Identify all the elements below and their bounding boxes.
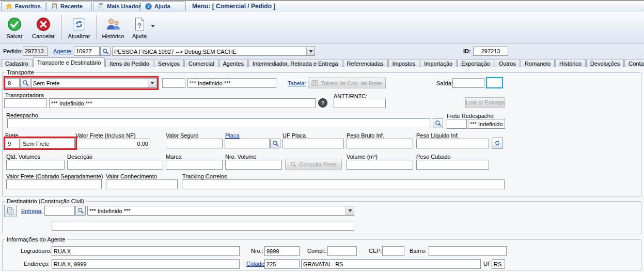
valor-frete-separado-field[interactable]: [6, 179, 102, 189]
agente-code-field[interactable]: [74, 47, 100, 56]
tracking-correios-field[interactable]: [182, 179, 505, 189]
refresh-button-label: Atualizar: [68, 33, 90, 39]
entrega-search-button[interactable]: [75, 206, 86, 216]
top-tab-ajuda[interactable]: ? Ajuda: [140, 1, 186, 11]
bairro-field[interactable]: [429, 246, 507, 256]
peso-cubado-field[interactable]: [416, 160, 489, 170]
id-field[interactable]: [473, 47, 508, 56]
tab-transporte-destinatario[interactable]: Transporte e Destinatário: [33, 57, 105, 67]
most-used-icon: [98, 3, 104, 10]
tab-importacao[interactable]: Importação: [420, 59, 457, 67]
top-tab-favoritos[interactable]: Favoritos: [1, 1, 45, 11]
tabela-code-field[interactable]: [162, 78, 185, 88]
tab-outros[interactable]: Outros: [495, 59, 520, 67]
frete-nome-field[interactable]: [21, 139, 75, 148]
tabela-cob-frete-button[interactable]: Tabela de Cob. de Frete: [308, 78, 386, 88]
nro-field[interactable]: [264, 246, 300, 256]
frete-code-field[interactable]: [6, 139, 20, 148]
tab-historico[interactable]: Histórico: [555, 59, 586, 67]
peso-refresh-button[interactable]: [492, 138, 503, 149]
tabela-nome-field[interactable]: [187, 78, 276, 88]
top-tab-bar: Favoritos Recente Mais Usados ? Ajuda Me…: [0, 1, 644, 11]
frete-tipo-combo-value: Sem Frete: [32, 79, 148, 87]
entrega-link[interactable]: Entrega:: [21, 208, 43, 215]
tab-exportacao[interactable]: Exportação: [457, 59, 494, 67]
tabela-link[interactable]: Tabela:: [288, 80, 306, 87]
transportadora-help-button[interactable]: ?: [318, 98, 327, 108]
marca-field[interactable]: [166, 160, 223, 170]
refresh-button[interactable]: Atualizar: [66, 13, 92, 42]
redespacho-search-button[interactable]: [433, 118, 443, 128]
star-icon: [6, 3, 12, 10]
uf-field[interactable]: [492, 259, 505, 269]
frete-redespacho-nome-field[interactable]: [468, 119, 505, 129]
uf-placa-field[interactable]: [282, 139, 344, 148]
entrega-endereco-field[interactable]: [52, 221, 354, 231]
toolbar-separator: [61, 15, 62, 40]
svg-text:?: ?: [137, 21, 142, 29]
peso-liquido-field[interactable]: [416, 139, 489, 148]
cidade-link[interactable]: Cidade:: [246, 261, 266, 267]
tab-referenciadas[interactable]: Referenciadas: [343, 59, 388, 67]
compl-field[interactable]: [327, 246, 357, 256]
agente-combo[interactable]: PESSOA FISICA 10927 --> Debug:SEM CACHE: [112, 47, 315, 56]
id-label: ID:: [463, 48, 471, 55]
antt-field[interactable]: [334, 99, 386, 108]
tab-servicos[interactable]: Serviços: [154, 59, 184, 67]
valor-frete-field[interactable]: [76, 139, 150, 148]
redespacho-field[interactable]: [7, 118, 430, 128]
placa-search-button[interactable]: [270, 139, 280, 148]
tab-contas[interactable]: Contas: [624, 59, 644, 67]
search-icon: [435, 120, 442, 127]
entrega-combo[interactable]: *** Indefinido ***: [87, 206, 354, 216]
agente-search-button[interactable]: [100, 47, 111, 56]
entrega-code-field[interactable]: [44, 206, 75, 216]
menu-breadcrumb: Menu: [ Comercial / Pedido ]: [192, 3, 275, 10]
valor-seguro-field[interactable]: [166, 139, 223, 148]
tab-romaneio[interactable]: Romaneio: [521, 59, 555, 67]
tab-agentes[interactable]: Agentes: [219, 59, 248, 67]
tab-impostos[interactable]: Impostos: [388, 59, 420, 67]
refresh-small-icon: [494, 140, 501, 147]
save-button[interactable]: Salvar: [3, 13, 26, 42]
nro-volume-field[interactable]: [225, 160, 282, 170]
tab-itens-pedido[interactable]: Itens do Pedido: [105, 59, 153, 67]
saida-field[interactable]: [452, 78, 484, 88]
endereco-field[interactable]: [52, 259, 240, 269]
logradouro-field[interactable]: [52, 246, 240, 256]
bairro-label: Bairro:: [410, 248, 426, 254]
valor-conhecimento-field[interactable]: [106, 179, 178, 189]
frete-tipo-code-field[interactable]: [6, 78, 20, 88]
search-icon: [290, 161, 296, 168]
saida-hora-field-focused[interactable]: [486, 77, 503, 88]
tab-cadastro[interactable]: Cadastro: [1, 59, 33, 67]
tab-comercial[interactable]: Comercial: [184, 59, 218, 67]
cidade-code-field[interactable]: [264, 259, 300, 269]
descricao-field[interactable]: [67, 160, 163, 170]
copy-address-button[interactable]: [4, 205, 17, 217]
peso-bruto-field[interactable]: [347, 139, 413, 148]
help-button[interactable]: ? Ajuda: [129, 13, 150, 42]
lote-entrega-button[interactable]: Lote p/ Entrega: [465, 97, 505, 108]
destinatario-legend: Destinatário (Construção Cívil): [5, 198, 86, 204]
help-dropdown-arrow[interactable]: [151, 25, 155, 27]
qtd-volumes-field[interactable]: [6, 160, 65, 170]
cancel-button[interactable]: Cancelar: [30, 13, 57, 42]
tab-intermediador-retirada-entrega[interactable]: Intermediador, Retirada e Entrega: [248, 59, 342, 67]
consulta-frete-button[interactable]: Consulta Frete: [285, 159, 342, 170]
frete-tipo-search-button[interactable]: [20, 78, 30, 88]
transportadora-nome-field[interactable]: [49, 98, 316, 108]
placa-field[interactable]: [225, 139, 270, 148]
top-tab-mais-usados[interactable]: Mais Usados: [93, 1, 139, 11]
transportadora-code-field[interactable]: [4, 98, 47, 108]
top-tab-recente[interactable]: Recente: [46, 1, 92, 11]
volume-m3-field[interactable]: [347, 160, 413, 170]
pedido-field[interactable]: [23, 47, 48, 56]
agente-link[interactable]: Agente:: [53, 48, 73, 55]
cidade-nome-field[interactable]: [301, 259, 481, 269]
frete-redespacho-code-field[interactable]: [447, 119, 467, 129]
frete-tipo-combo[interactable]: Sem Frete: [31, 78, 156, 88]
tab-devolucoes[interactable]: Devoluções: [586, 59, 624, 67]
history-button[interactable]: Histórico: [100, 13, 126, 42]
cep-field[interactable]: [382, 246, 404, 256]
